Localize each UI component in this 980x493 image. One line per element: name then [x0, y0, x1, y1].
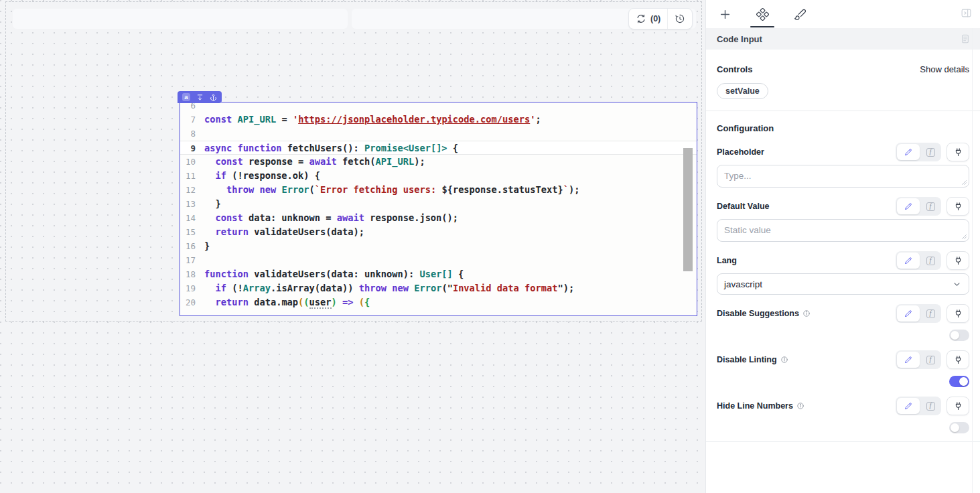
formula-mode-button[interactable]: f [921, 398, 940, 414]
tab-properties[interactable] [744, 0, 781, 28]
show-details-link[interactable]: Show details [920, 64, 969, 74]
tab-add[interactable] [706, 0, 744, 28]
plug-icon [953, 202, 963, 212]
hide-line-numbers-toggle[interactable] [949, 422, 969, 433]
bind-variable-button[interactable] [947, 350, 969, 369]
bind-variable-button[interactable] [947, 304, 969, 323]
method-chip-setValue[interactable]: setValue [717, 83, 768, 99]
styles-icon [794, 8, 807, 21]
notes-icon[interactable] [960, 33, 971, 44]
line-number: 18 [180, 267, 200, 281]
bind-variable-button[interactable] [947, 143, 969, 161]
line-number: 11 [180, 169, 200, 183]
code-line: 12 throw new Error(`Error fetching users… [180, 183, 697, 197]
properties-panel: Code Input Controls Show details setValu… [705, 0, 980, 493]
control-methods: setValue [717, 83, 969, 99]
formula-mode-button[interactable]: f [921, 144, 940, 160]
bar-arrow-down-icon [196, 94, 204, 101]
refresh-button[interactable]: (0) [629, 9, 667, 29]
line-number: 19 [180, 281, 200, 295]
fx-icon: f [926, 202, 935, 211]
code-line: 20 return data.map((user) => ({ [180, 295, 697, 309]
code-text [200, 127, 204, 141]
code-line: 10 const response = await fetch(API_URL)… [180, 155, 697, 169]
code-text: throw new Error(`Error fetching users: $… [200, 183, 579, 197]
field-label: Disable Suggestions [717, 309, 811, 318]
fx-icon: f [926, 309, 935, 318]
placeholder-input[interactable] [717, 165, 969, 188]
code-text: if (!response.ok) { [200, 169, 320, 183]
editor-scrollbar[interactable] [683, 148, 693, 271]
pencil-icon [904, 202, 913, 211]
code-line: 8 [180, 127, 697, 141]
code-text: return data.map((user) => ({ [200, 295, 370, 309]
tab-styles[interactable] [781, 0, 819, 28]
code-text [200, 102, 204, 113]
code-text: if (!Array.isArray(data)) throw new Erro… [200, 281, 574, 295]
refresh-count: (0) [650, 14, 660, 23]
code-editor[interactable]: 67const API_URL = 'https://jsonplacehold… [180, 102, 697, 316]
code-text: const response = await fetch(API_URL); [200, 155, 425, 169]
line-number: 16 [180, 239, 200, 253]
binding-controls: f [896, 197, 969, 216]
widget-selection-toolbar[interactable]: a [178, 91, 222, 103]
code-text [200, 253, 204, 267]
fx-icon: f [926, 148, 935, 157]
edit-mode-button[interactable] [897, 144, 920, 160]
code-input-widget[interactable]: 67const API_URL = 'https://jsonplacehold… [180, 102, 697, 316]
field-label: Disable Linting [717, 355, 788, 364]
code-line: 11 if (!response.ok) { [180, 169, 697, 183]
bind-variable-button[interactable] [947, 197, 969, 216]
toggle-knob [959, 377, 968, 386]
formula-mode-button[interactable]: f [921, 305, 940, 322]
plug-icon [953, 256, 963, 266]
field-label: Default Value [717, 202, 770, 211]
widget-title: Code Input [717, 34, 762, 44]
line-number: 15 [180, 225, 200, 239]
bind-variable-button[interactable] [947, 251, 969, 270]
edit-mode-button[interactable] [897, 398, 920, 414]
field-placeholder: Placeholderf [717, 142, 969, 188]
code-line [180, 309, 697, 317]
code-line: 6 [180, 102, 697, 113]
edit-mode-button[interactable] [897, 198, 920, 214]
formula-mode-button[interactable]: f [921, 253, 940, 269]
fx-icon: f [926, 257, 935, 265]
fx-icon: f [926, 356, 935, 364]
bar-arrow-down-icon[interactable] [196, 94, 204, 101]
lang-select[interactable]: javascript [717, 273, 969, 295]
disable-suggestions-toggle[interactable] [949, 330, 969, 341]
editor-canvas[interactable]: (0) a 67const API_URL = 'https://jsonpla… [0, 0, 705, 493]
bind-variable-button[interactable] [947, 397, 969, 415]
selected-value: javascript [724, 279, 762, 289]
edit-mode-button[interactable] [897, 253, 920, 269]
anchor-icon[interactable] [210, 94, 217, 101]
code-line: 19 if (!Array.isArray(data)) throw new E… [180, 281, 697, 295]
code-text: } [200, 239, 210, 253]
configuration-fields: PlaceholderfDefault ValuefLangfjavascrip… [717, 142, 969, 433]
components-icon [756, 8, 769, 21]
info-icon [796, 402, 804, 410]
styles-icon [794, 8, 807, 21]
section-divider [706, 111, 980, 111]
collapse-panel-icon [961, 7, 972, 19]
default-value-input[interactable] [717, 219, 969, 242]
disable-linting-toggle[interactable] [949, 376, 969, 387]
pencil-icon [904, 147, 913, 157]
formula-mode-button[interactable]: f [921, 352, 940, 368]
field-disable-linting: Disable Lintingf [717, 350, 969, 387]
refresh-icon [636, 13, 646, 24]
code-line: 17 [180, 253, 697, 267]
code-text: return validateUsers(data); [200, 225, 364, 239]
info-icon [802, 309, 811, 318]
empty-drop-zone [13, 9, 348, 29]
code-line: 13 } [180, 197, 697, 211]
edit-mode-button[interactable] [897, 352, 920, 368]
collapse-panel-button[interactable] [961, 7, 972, 19]
pencil-icon [904, 309, 913, 318]
history-button[interactable] [667, 9, 692, 29]
edit-mode-button[interactable] [897, 305, 920, 322]
formula-mode-button[interactable]: f [921, 198, 940, 214]
plus-icon [719, 8, 731, 21]
panel-tabs [706, 0, 980, 28]
